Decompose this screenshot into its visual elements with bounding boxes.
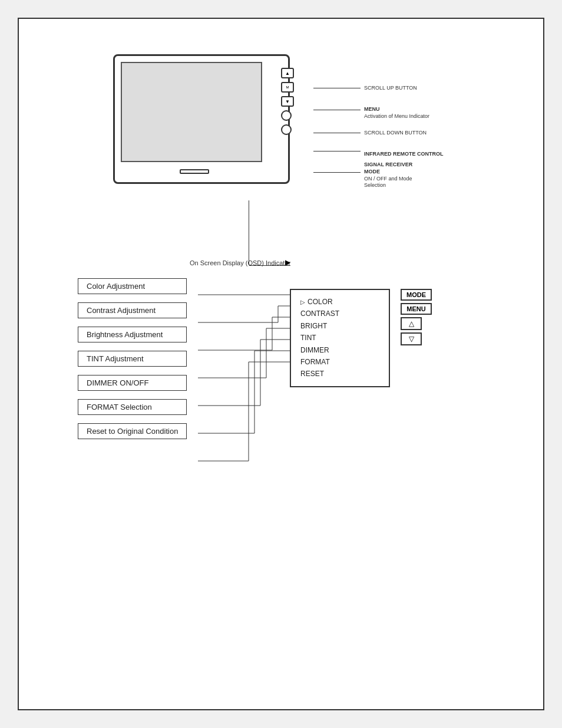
menu-button-osd: MENU [401, 303, 432, 315]
contrast-adjustment-label: Contrast Adjustment [87, 306, 156, 315]
color-adjustment-row: Color Adjustment [78, 278, 187, 294]
scroll-up-button-illustration: ▲ [281, 68, 294, 78]
monitor-illustration: ▲ M ▼ [113, 54, 313, 184]
menu-button-illustration: M [281, 82, 294, 93]
contrast-adjustment-row: Contrast Adjustment [78, 302, 187, 318]
dimmer-onoff-row: DIMMER ON/OFF [78, 375, 187, 391]
osd-menu-box: ▷COLOR CONTRAST BRIGHT TINT DIMMER FORMA… [290, 289, 390, 387]
tint-adjustment-label: TINT Adjustment [87, 354, 144, 363]
monitor-base [180, 169, 209, 174]
monitor-side-buttons: ▲ M ▼ [281, 68, 294, 135]
osd-item-format: FORMAT [300, 356, 379, 368]
mode-button-illustration [281, 124, 292, 135]
infrared-label: INFRARED REMOTE CONTROLSIGNAL RECEIVER [364, 151, 444, 167]
dimmer-onoff-box: DIMMER ON/OFF [78, 375, 187, 391]
osd-item-contrast: CONTRAST [300, 308, 379, 319]
tint-adjustment-box: TINT Adjustment [78, 351, 187, 367]
contrast-adjustment-box: Contrast Adjustment [78, 302, 187, 318]
scroll-down-label: SCROLL DOWN BUTTON [364, 130, 427, 137]
brightness-adjustment-label: Brightness Adjustment [87, 330, 163, 339]
scroll-up-label: SCROLL UP BUTTON [364, 85, 417, 92]
scroll-down-button-illustration: ▼ [281, 96, 294, 107]
osd-right-panel: MODE MENU △ ▽ [401, 289, 432, 345]
reset-condition-row: Reset to Original Condition [78, 423, 187, 439]
brightness-adjustment-row: Brightness Adjustment [78, 327, 187, 342]
infrared-receiver-illustration [281, 110, 292, 121]
osd-title-text: On Screen Display (OSD) Indicator [190, 259, 290, 266]
tint-adjustment-row: TINT Adjustment [78, 351, 187, 367]
scroll-up-callout: SCROLL UP BUTTON [313, 85, 417, 92]
monitor-body: ▲ M ▼ [113, 54, 290, 184]
mode-label: MODE [364, 169, 412, 176]
vertical-connector-line [249, 200, 249, 265]
color-adjustment-label: Color Adjustment [87, 282, 145, 291]
format-selection-row: FORMAT Selection [78, 399, 187, 415]
left-label-boxes: Color Adjustment Contrast Adjustment Bri… [78, 278, 187, 447]
mode-sublabel: ON / OFF and ModeSelection [364, 176, 412, 189]
menu-btn-label: MENU [406, 305, 425, 312]
menu-label: MENU [364, 106, 429, 113]
osd-item-reset: RESET [300, 368, 379, 380]
osd-title-label: On Screen Display (OSD) Indicator [190, 257, 290, 268]
selected-indicator: ▷ [300, 299, 305, 305]
dimmer-onoff-label: DIMMER ON/OFF [87, 378, 148, 387]
osd-item-dimmer: DIMMER [300, 344, 379, 356]
mode-callout: MODE ON / OFF and ModeSelection [313, 169, 412, 189]
osd-item-tint: TINT [300, 332, 379, 344]
format-selection-label: FORMAT Selection [87, 403, 152, 411]
osd-scroll-up-btn: △ [401, 317, 422, 330]
menu-sublabel: Activation of Menu Indicator [364, 113, 429, 120]
color-adjustment-box: Color Adjustment [78, 278, 187, 294]
monitor-screen [121, 62, 262, 162]
menu-callout: MENU Activation of Menu Indicator [313, 106, 429, 120]
scroll-down-callout: SCROLL DOWN BUTTON [313, 130, 427, 137]
page-border: ▲ M ▼ SCROLL UP BUTTON MENU Activation o… [18, 18, 544, 710]
reset-condition-label: Reset to Original Condition [87, 427, 178, 436]
brightness-adjustment-box: Brightness Adjustment [78, 327, 187, 342]
format-selection-box: FORMAT Selection [78, 399, 187, 415]
osd-title-arrow: ▶ [285, 258, 290, 266]
osd-item-bright: BRIGHT [300, 320, 379, 332]
mode-btn-label: MODE [406, 291, 426, 298]
mode-button-osd: MODE [401, 289, 432, 301]
osd-scroll-down-btn: ▽ [401, 332, 422, 345]
infrared-callout: INFRARED REMOTE CONTROLSIGNAL RECEIVER [313, 147, 444, 169]
osd-item-color: ▷COLOR [300, 296, 379, 308]
reset-condition-box: Reset to Original Condition [78, 423, 187, 439]
